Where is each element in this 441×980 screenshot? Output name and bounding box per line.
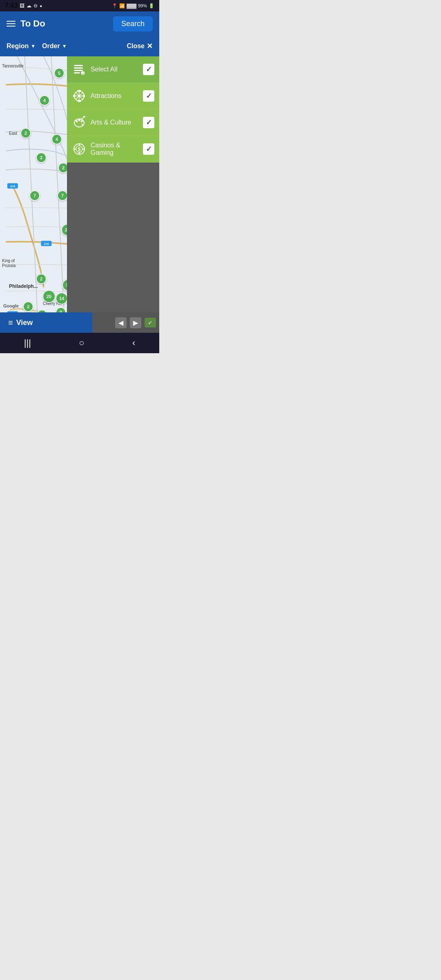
category-panel: ✓ Select All ✓ (67, 56, 159, 333)
battery-text: 99% (138, 3, 147, 8)
arts-label: Arts & Culture (91, 119, 143, 126)
arts-check: ✓ (146, 118, 152, 127)
header-left: To Do (7, 18, 45, 29)
main-content: 80 476 276 295 30 Tannersville East King… (0, 56, 159, 333)
marker-5: 2 (20, 128, 31, 138)
nav-back-button[interactable]: ‹ (124, 334, 143, 352)
bottom-bar: ≡ View ◀ ▶ ✓ (0, 312, 159, 333)
order-arrow: ▼ (62, 43, 67, 49)
casinos-icon: $ (72, 142, 87, 156)
marker-6: 4 (51, 134, 62, 145)
select-all-icon: ✓ (72, 62, 87, 77)
attractions-icon (72, 89, 87, 103)
nav-home-button[interactable]: ○ (71, 334, 92, 352)
marker-11: 7 (29, 190, 40, 201)
order-button[interactable]: Order ▼ (42, 42, 73, 50)
casinos-label: Casinos &Gaming (91, 142, 120, 156)
battery-icon: 🔋 (149, 3, 154, 9)
bottom-right-area: ◀ ▶ ✓ (92, 312, 159, 333)
close-button[interactable]: Close ✕ (127, 42, 153, 51)
nav-menu-button[interactable]: ||| (16, 334, 39, 352)
select-all-check: ✓ (146, 65, 152, 74)
marker-12: 7 (57, 190, 68, 201)
next-button[interactable]: ▶ (130, 317, 141, 328)
view-button[interactable]: ≡ View (0, 312, 92, 333)
svg-rect-36 (83, 116, 85, 117)
dot-icon: ● (40, 4, 42, 8)
svg-rect-28 (73, 95, 75, 97)
close-icon: ✕ (147, 42, 153, 51)
casinos-label-container: Casinos &Gaming (91, 142, 143, 156)
close-label: Close (127, 42, 145, 50)
arts-icon (72, 115, 87, 130)
region-arrow: ▼ (31, 43, 36, 49)
minus-icon: ⊖ (33, 3, 38, 9)
order-label: Order (42, 42, 60, 50)
marker-3: 4 (39, 95, 50, 106)
svg-point-34 (79, 124, 82, 127)
photo-icon: 🖼 (20, 3, 24, 9)
app-title: To Do (20, 18, 45, 29)
select-all-checkbox[interactable]: ✓ (143, 64, 154, 75)
category-arts[interactable]: Arts & Culture ✓ (67, 109, 159, 136)
region-label: Region (7, 42, 29, 50)
location-icon: 📍 (112, 3, 118, 9)
category-attractions[interactable]: Attractions ✓ (67, 83, 159, 109)
arts-checkbox[interactable]: ✓ (143, 117, 154, 128)
status-time: 7:43 (5, 2, 18, 9)
svg-point-32 (80, 120, 82, 122)
svg-rect-26 (83, 95, 85, 97)
marker-philly2: 14 (56, 292, 68, 305)
hamburger-menu[interactable] (7, 21, 16, 27)
region-button[interactable]: Region ▼ (7, 42, 42, 50)
status-bar: 7:43 🖼 ☁ ⊖ ● 📍 📶 ▓▓▓ 99% 🔋 (0, 0, 159, 11)
marker-17: 2 (36, 274, 47, 284)
checkmark-button[interactable]: ✓ (145, 318, 156, 327)
signal-icon: ▓▓▓ (127, 3, 136, 8)
status-left: 7:43 🖼 ☁ ⊖ ● (5, 2, 42, 9)
svg-point-30 (76, 120, 78, 122)
svg-rect-25 (78, 90, 81, 92)
svg-rect-14 (74, 67, 83, 69)
select-all-label: Select All (91, 66, 143, 73)
search-button[interactable]: Search (113, 16, 153, 31)
nav-bar: ||| ○ ‹ (0, 333, 159, 353)
marker-philly: 25 (42, 290, 56, 303)
svg-text:$: $ (78, 147, 80, 152)
svg-point-31 (78, 119, 80, 121)
svg-rect-15 (74, 70, 83, 71)
svg-rect-27 (78, 100, 81, 102)
status-icons: 📍 📶 ▓▓▓ 99% 🔋 (112, 3, 154, 9)
header: To Do Search (0, 11, 159, 36)
marker-20: 2 (23, 301, 33, 312)
svg-rect-16 (74, 72, 80, 74)
wifi-icon: 📶 (119, 3, 125, 9)
svg-text:✓: ✓ (81, 72, 84, 76)
svg-text:476: 476 (10, 185, 15, 188)
google-logo: Google (3, 303, 19, 308)
svg-text:276: 276 (44, 242, 49, 246)
casinos-checkbox[interactable]: ✓ (143, 143, 154, 155)
category-casinos[interactable]: $ Casinos &Gaming ✓ (67, 136, 159, 163)
category-select-all[interactable]: ✓ Select All ✓ (67, 56, 159, 83)
marker-8: 2 (36, 152, 47, 163)
toolbar: Region ▼ Order ▼ Close ✕ (0, 36, 159, 56)
attractions-label: Attractions (91, 92, 143, 100)
prev-button[interactable]: ◀ (115, 317, 127, 328)
view-label: View (16, 318, 33, 327)
svg-rect-13 (74, 65, 83, 66)
marker-1: 5 (54, 68, 65, 78)
attractions-checkbox[interactable]: ✓ (143, 90, 154, 102)
cloud-icon: ☁ (27, 3, 31, 9)
view-icon: ≡ (8, 318, 13, 327)
casinos-check: ✓ (146, 145, 152, 154)
attractions-check: ✓ (146, 91, 152, 100)
